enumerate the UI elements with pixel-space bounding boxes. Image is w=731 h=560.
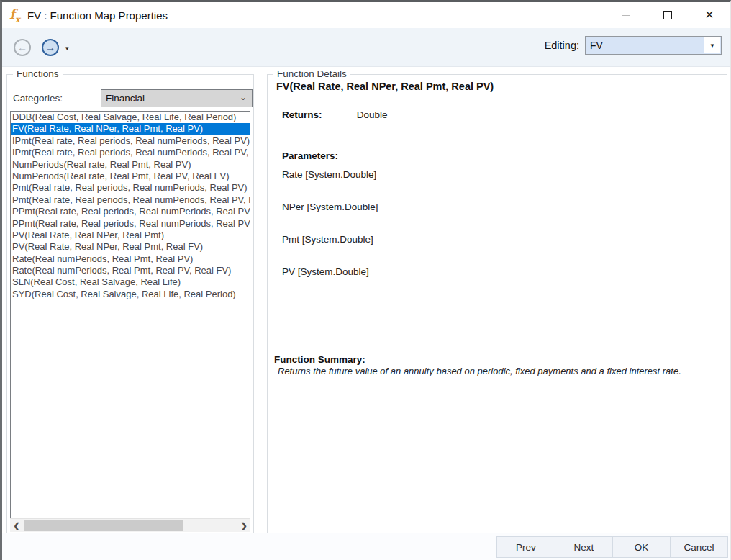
function-list-item[interactable]: PPmt(Real rate, Real periods, Real numPe… (11, 206, 250, 217)
function-list-item[interactable]: NumPeriods(Real rate, Real Pmt, Real PV,… (11, 171, 250, 182)
function-list-item[interactable]: Pmt(Real rate, Real periods, Real numPer… (11, 194, 250, 206)
function-summary-label: Function Summary: (274, 354, 366, 365)
horizontal-scrollbar[interactable]: ❮ ❯ (10, 518, 250, 532)
scrollbar-track[interactable] (23, 519, 237, 532)
close-icon: ✕ (704, 9, 714, 21)
editing-dropdown-arrow-icon[interactable]: ▼ (704, 37, 720, 53)
returns-label: Returns: (282, 109, 354, 120)
title-bar: fx FV : Function Map Properties ✕ (2, 2, 730, 28)
scroll-left-icon[interactable]: ❮ (10, 521, 23, 530)
function-list-item[interactable]: PPmt(Real rate, Real periods, Real numPe… (11, 218, 250, 230)
categories-chevron-down-icon: ⌄ (240, 92, 247, 102)
fx-app-icon: fx (9, 6, 20, 24)
parameters-list: Rate [System.Double]NPer [System.Double]… (282, 169, 715, 299)
function-list-item[interactable]: PV(Real Rate, Real NPer, Real Pmt, Real … (11, 241, 250, 253)
footer-button-row: PrevNextOKCancel (496, 536, 728, 558)
footer-button[interactable]: Prev (497, 537, 555, 557)
scroll-right-icon[interactable]: ❯ (237, 521, 250, 530)
functions-legend: Functions (13, 68, 63, 79)
forward-dropdown-caret[interactable]: ▾ (65, 45, 69, 52)
function-list-item[interactable]: IPmt(Real rate, Real periods, Real numPe… (11, 147, 250, 158)
function-summary-text: Returns the future value of an annuity b… (278, 366, 715, 376)
function-list-item[interactable]: Rate(Real numPeriods, Real Pmt, Real PV,… (11, 265, 250, 276)
function-list-item[interactable]: SYD(Real Cost, Real Salvage, Real Life, … (11, 289, 250, 300)
function-list-item[interactable]: SLN(Real Cost, Real Salvage, Real Life) (11, 276, 250, 288)
parameters-label: Parameters: (282, 150, 338, 161)
footer-bar: PrevNextOKCancel (2, 533, 730, 560)
returns-value: Double (357, 109, 388, 120)
function-list[interactable]: DDB(Real Cost, Real Salvage, Real Life, … (10, 111, 250, 532)
close-button[interactable]: ✕ (689, 2, 730, 28)
forward-arrow-icon: → (45, 42, 55, 53)
function-list-item[interactable]: FV(Real Rate, Real NPer, Real Pmt, Real … (11, 123, 250, 135)
function-list-item[interactable]: Pmt(Real rate, Real periods, Real numPer… (11, 182, 250, 194)
window-title: FV : Function Map Properties (27, 9, 168, 22)
forward-button[interactable]: → (42, 39, 59, 56)
functions-groupbox: Functions Categories: Financial ⌄ DDB(Re… (6, 74, 254, 536)
back-button[interactable]: ← (14, 39, 31, 56)
parameter-item: Rate [System.Double] (282, 169, 715, 202)
editing-dropdown[interactable]: FV ▼ (585, 36, 722, 55)
footer-button[interactable]: OK (612, 537, 670, 557)
dialog-window: fx FV : Function Map Properties ✕ ← → ▾ … (0, 0, 731, 560)
function-signature: FV(Real Rate, Real NPer, Real Pmt, Real … (276, 81, 494, 92)
footer-button[interactable]: Cancel (670, 537, 727, 557)
maximize-button[interactable] (647, 2, 689, 28)
function-list-item[interactable]: DDB(Real Cost, Real Salvage, Real Life, … (11, 112, 250, 123)
function-list-item[interactable]: PV(Real Rate, Real NPer, Real Pmt) (11, 230, 250, 241)
back-arrow-icon: ← (17, 42, 27, 53)
parameter-item: NPer [System.Double] (282, 202, 715, 234)
minimize-button[interactable] (605, 2, 647, 28)
minimize-icon (622, 15, 630, 16)
toolbar: ← → ▾ Editing: FV ▼ (2, 28, 730, 67)
parameter-item: Pmt [System.Double] (282, 234, 715, 266)
function-details-groupbox: Function Details FV(Real Rate, Real NPer… (267, 74, 727, 536)
categories-label: Categories: (13, 93, 63, 104)
maximize-icon (663, 11, 672, 19)
categories-dropdown-value: Financial (101, 93, 145, 104)
function-list-item[interactable]: IPmt(Real rate, Real periods, Real numPe… (11, 135, 250, 147)
function-list-item[interactable]: NumPeriods(Real rate, Real Pmt, Real PV) (11, 159, 250, 171)
categories-dropdown[interactable]: Financial ⌄ (101, 89, 253, 107)
scrollbar-thumb[interactable] (24, 520, 183, 531)
function-list-item[interactable]: Rate(Real numPeriods, Real Pmt, Real PV) (11, 253, 250, 265)
parameter-item: PV [System.Double] (282, 266, 715, 299)
footer-button[interactable]: Next (555, 537, 612, 557)
editing-label: Editing: (545, 40, 579, 51)
function-details-legend: Function Details (273, 68, 350, 79)
editing-dropdown-value: FV (586, 40, 603, 51)
